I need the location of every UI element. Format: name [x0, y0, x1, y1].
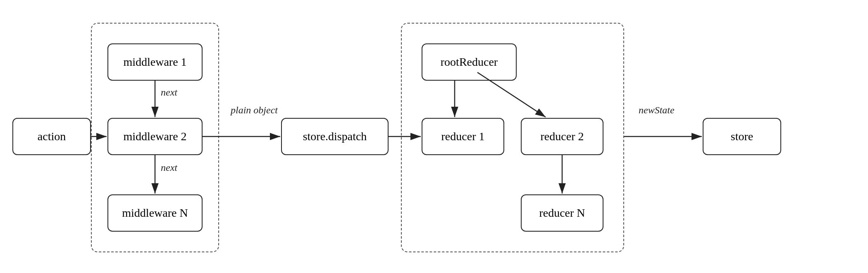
new-state-label: newState: [639, 105, 675, 116]
redux-flow-diagram: action middleware 1 middleware 2 middlew…: [0, 0, 868, 273]
plain-object-label: plain object: [231, 105, 278, 116]
reducerN-node: reducer N: [521, 194, 603, 232]
root-reducer-node: rootReducer: [422, 43, 517, 81]
reducer2-node: reducer 2: [521, 118, 603, 155]
store-node: store: [703, 118, 781, 155]
reducer1-node: reducer 1: [422, 118, 504, 155]
action-node: action: [12, 118, 91, 155]
middleware1-node: middleware 1: [107, 43, 203, 81]
middleware2-node: middleware 2: [107, 118, 203, 155]
next1-label: next: [161, 87, 177, 98]
next2-label: next: [161, 162, 177, 173]
middlewareN-node: middleware N: [107, 194, 203, 232]
store-dispatch-node: store.dispatch: [281, 118, 389, 155]
